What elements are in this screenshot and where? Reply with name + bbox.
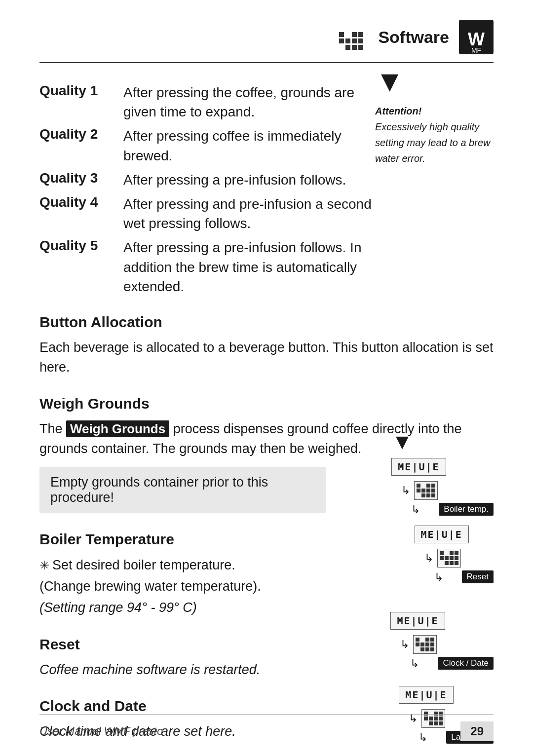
clock-diagram: ME|U|E ↳ [390, 612, 494, 671]
boiler-label-row: ↳ Boiler temp. [411, 503, 494, 517]
boiler-menu-block: ME|U|E [391, 458, 446, 476]
boiler-arrow-icon: ↳ [401, 484, 410, 497]
quality-4-text: After pressing and pre-infusion a second… [123, 194, 385, 233]
quality-5-label: Quality 5 [39, 238, 123, 296]
reset-arrow-icon: ↳ [424, 552, 433, 565]
button-allocation-section: Button Allocation Each beverage is alloc… [39, 314, 494, 378]
software-label: Software [378, 28, 449, 47]
warning-text: Empty grounds container prior to this pr… [50, 475, 268, 505]
attention-text: Excessively high quality setting may lea… [375, 121, 490, 164]
wmf-logo: W MF [459, 20, 494, 54]
boiler-label-button: Boiler temp. [439, 503, 494, 516]
page-header: Software W MF [39, 20, 494, 63]
header-icons-group: Software W MF [339, 20, 494, 54]
clock-arrow-row: ↳ [400, 635, 494, 654]
warning-box: Empty grounds container prior to this pr… [39, 467, 326, 513]
boiler-line1: Set desired boiler temperature. [52, 558, 235, 572]
button-allocation-title: Button Allocation [39, 314, 494, 331]
reset-label-arrow: ↳ [434, 571, 443, 584]
quality-row-3: Quality 3 After pressing a pre-infusion … [39, 170, 494, 189]
boiler-grid-icon [414, 481, 438, 500]
quality-4-label: Quality 4 [39, 194, 123, 233]
reset-grid-icon [437, 549, 461, 567]
quality-3-label: Quality 3 [39, 170, 123, 189]
star-icon: ✳ [39, 559, 49, 572]
quality-row-5: Quality 5 After pressing a pre-infusion … [39, 238, 494, 296]
quality-row-4: Quality 4 After pressing and pre-infusio… [39, 194, 494, 233]
reset-label-button: Reset [462, 570, 494, 583]
boiler-label-arrow: ↳ [411, 503, 420, 516]
boiler-attention-icon: ▼ [391, 429, 494, 454]
reset-menu-block: ME|U|E [415, 526, 469, 543]
boiler-line3: (Setting range 94° - 99° C) [39, 600, 197, 615]
quality-5-text: After pressing a pre-infusion follows. I… [123, 238, 385, 296]
boiler-line2: (Change brewing water temperature). [39, 579, 261, 594]
footer-page-number: 29 [460, 721, 494, 741]
button-allocation-text: Each beverage is allocated to a beverage… [39, 338, 494, 378]
quality-2-text: After pressing coffee is immediately bre… [123, 126, 385, 165]
footer-manual-text: User Manual WMF presto [39, 725, 163, 738]
page-footer: User Manual WMF presto 29 [39, 714, 494, 741]
boiler-diagram: ▼ ME|U|E ↳ [391, 429, 494, 517]
reset-arrow-row: ↳ [424, 549, 494, 567]
weigh-grounds-text-before: The [39, 421, 63, 436]
quality-1-text: After pressing the coffee, grounds are g… [123, 83, 385, 121]
boiler-arrow-row: ↳ [401, 481, 494, 500]
quality-1-label: Quality 1 [39, 83, 123, 121]
reset-diagram: ME|U|E ↳ [415, 526, 494, 584]
clock-label-button: Clock / Date [438, 657, 494, 670]
svg-text:MF: MF [471, 46, 481, 54]
language-menu-block: ME|U|E [399, 686, 453, 704]
clock-label-arrow: ↳ [410, 657, 419, 670]
menu-grid-icon [339, 25, 363, 50]
weigh-grounds-badge: Weigh Grounds [66, 420, 169, 437]
quality-2-label: Quality 2 [39, 126, 123, 165]
attention-icon: ▼ [375, 64, 494, 98]
clock-label-row: ↳ Clock / Date [410, 657, 494, 671]
reset-label-row: ↳ Reset [434, 570, 494, 584]
weigh-grounds-title: Weigh Grounds [39, 395, 494, 412]
attention-title: Attention! [375, 106, 421, 116]
clock-menu-block: ME|U|E [390, 612, 445, 630]
attention-box: ▼ Attention! Excessively high quality se… [375, 64, 494, 165]
clock-grid-icon [413, 635, 437, 654]
clock-arrow-icon: ↳ [400, 638, 409, 651]
quality-3-text: After pressing a pre-infusion follows. [123, 170, 346, 189]
